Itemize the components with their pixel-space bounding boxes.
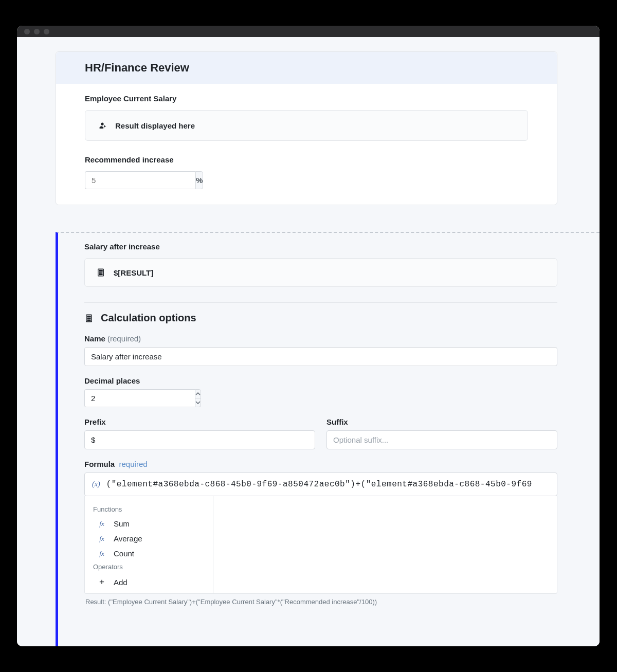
app-window: HR/Finance Review Employee Current Salar… xyxy=(17,26,600,646)
form-card: HR/Finance Review Employee Current Salar… xyxy=(56,51,557,205)
window-minimize-dot[interactable] xyxy=(34,29,40,34)
svg-point-12 xyxy=(90,318,91,319)
svg-point-5 xyxy=(99,274,100,275)
fx-icon: fx xyxy=(97,550,106,558)
stepper-buttons xyxy=(195,389,201,407)
current-salary-label: Employee Current Salary xyxy=(85,94,528,103)
suffix-input[interactable] xyxy=(326,430,557,449)
recommended-increase-group: % xyxy=(85,171,197,189)
svg-point-15 xyxy=(90,320,91,321)
page-title: HR/Finance Review xyxy=(85,61,528,75)
card-header: HR/Finance Review xyxy=(56,52,557,84)
svg-rect-1 xyxy=(99,270,102,271)
percent-addon: % xyxy=(195,171,203,189)
svg-point-13 xyxy=(87,320,88,321)
calc-options-title: Calculation options xyxy=(101,312,196,324)
suffix-label: Suffix xyxy=(326,417,557,426)
chevron-down-icon xyxy=(195,401,201,404)
decimal-stepper xyxy=(84,389,196,407)
salary-after-label: Salary after increase xyxy=(84,242,557,251)
operator-add[interactable]: + Add xyxy=(85,574,213,590)
fx-badge-icon: (x) xyxy=(92,480,100,488)
helper-list: Functions fx Sum fx Average fx Count Ope… xyxy=(85,496,213,593)
svg-rect-9 xyxy=(87,316,90,317)
function-count[interactable]: fx Count xyxy=(85,546,213,561)
name-label: Name (required) xyxy=(84,334,557,343)
svg-point-11 xyxy=(88,318,89,319)
plus-icon: + xyxy=(97,577,106,587)
svg-point-6 xyxy=(100,274,101,275)
svg-point-10 xyxy=(87,318,88,319)
current-salary-placeholder: Result displayed here xyxy=(115,121,195,130)
calc-options-heading: Calculation options xyxy=(84,302,557,324)
window-close-dot[interactable] xyxy=(24,29,30,34)
salary-after-display[interactable]: $[RESULT] xyxy=(84,258,557,287)
decimal-label: Decimal places xyxy=(84,376,557,385)
svg-point-2 xyxy=(99,273,100,274)
operators-group-title: Operators xyxy=(85,561,213,574)
recommended-increase-label: Recommended increase xyxy=(85,155,528,164)
selected-element-editor: Salary after increase $[RESULT] Calculat… xyxy=(56,232,600,646)
svg-point-4 xyxy=(102,273,103,274)
chevron-up-icon xyxy=(195,392,201,395)
formula-input[interactable]: (x) ("element#a368ebda-c868-45b0-9f69-a8… xyxy=(84,473,557,496)
svg-point-3 xyxy=(100,273,101,274)
calculator-icon xyxy=(96,268,105,277)
formula-label: Formula required xyxy=(84,460,557,468)
salary-after-value: $[RESULT] xyxy=(114,268,153,277)
prefix-suffix-row: Prefix Suffix xyxy=(84,417,557,449)
function-sum[interactable]: fx Sum xyxy=(85,516,213,531)
prefix-input[interactable] xyxy=(84,430,315,449)
formula-helper-panel: Functions fx Sum fx Average fx Count Ope… xyxy=(84,496,557,594)
helper-detail-pane xyxy=(213,496,557,593)
functions-group-title: Functions xyxy=(85,503,213,516)
svg-point-7 xyxy=(102,274,103,275)
name-input[interactable] xyxy=(84,347,557,366)
stepper-down-button[interactable] xyxy=(195,398,201,407)
prefix-label: Prefix xyxy=(84,417,315,426)
calculator-icon xyxy=(84,314,94,323)
operator-subtract[interactable]: − Subtract xyxy=(85,590,213,593)
content-area: HR/Finance Review Employee Current Salar… xyxy=(17,37,600,646)
stepper-up-button[interactable] xyxy=(195,390,201,398)
window-zoom-dot[interactable] xyxy=(44,29,49,34)
decimal-input[interactable] xyxy=(84,389,195,407)
recommended-increase-input[interactable] xyxy=(85,171,195,189)
function-average[interactable]: fx Average xyxy=(85,531,213,546)
person-flag-icon xyxy=(98,121,107,130)
fx-icon: fx xyxy=(97,535,106,543)
svg-point-14 xyxy=(88,320,89,321)
fx-icon: fx xyxy=(97,520,106,528)
result-footer: Result: ("Employee Current Salary")+("Em… xyxy=(84,594,557,610)
window-titlebar xyxy=(17,26,600,37)
card-body: Employee Current Salary Result displayed… xyxy=(56,84,557,205)
current-salary-display: Result displayed here xyxy=(85,110,528,141)
formula-text: ("element#a368ebda-c868-45b0-9f69-a85047… xyxy=(106,480,532,489)
